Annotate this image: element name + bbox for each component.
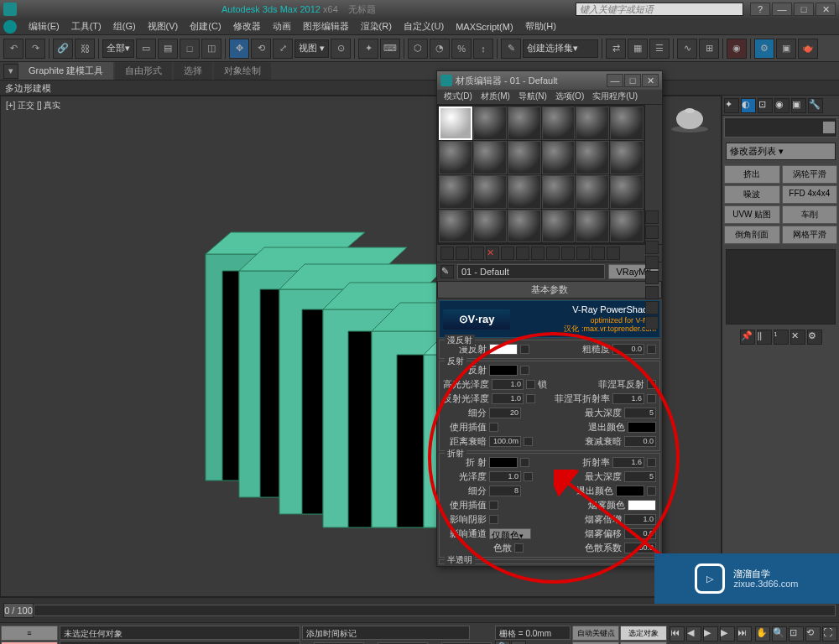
material-slot[interactable]: [610, 175, 644, 209]
refract-exit-toggle[interactable]: [647, 486, 656, 496]
menu-customize[interactable]: 自定义(U): [399, 18, 449, 34]
show-end-icon[interactable]: ||: [757, 330, 772, 345]
roughness-spinner[interactable]: 0.0: [612, 344, 644, 355]
percent-snap-icon[interactable]: %: [451, 39, 472, 59]
mod-turbosmooth[interactable]: 涡轮平滑: [782, 165, 838, 184]
menu-view[interactable]: 视图(V): [143, 18, 184, 34]
refract-map-toggle[interactable]: [520, 458, 529, 467]
refract-gloss-spinner[interactable]: 1.0: [489, 471, 521, 482]
material-slot[interactable]: [508, 175, 541, 209]
selected-obj-button[interactable]: 选定对象: [620, 626, 667, 641]
hilight-lock[interactable]: [526, 380, 535, 389]
background-icon[interactable]: [645, 241, 659, 254]
refract-ior-map[interactable]: [647, 458, 656, 467]
material-slot[interactable]: [610, 106, 644, 140]
select-name-icon[interactable]: ▤: [158, 39, 178, 59]
mod-noise[interactable]: 噪波: [724, 185, 780, 204]
material-slot[interactable]: [439, 141, 472, 174]
mat-menu-nav[interactable]: 导航(N): [515, 90, 550, 104]
minimize-button[interactable]: —: [772, 3, 792, 16]
tab-paint[interactable]: 对象绘制: [214, 62, 271, 80]
fresnel-toggle[interactable]: [647, 380, 656, 389]
lock-selection-icon[interactable]: 🔒: [495, 641, 510, 644]
mat-menu-material[interactable]: 材质(M): [477, 90, 513, 104]
mod-extrude[interactable]: 挤出: [724, 165, 780, 184]
diffuse-color-swatch[interactable]: [489, 344, 518, 355]
material-slot[interactable]: [473, 106, 507, 140]
render-frame-icon[interactable]: ▣: [776, 39, 796, 59]
snap-icon[interactable]: ⬡: [408, 39, 428, 59]
hilight-spinner[interactable]: 1.0: [492, 379, 524, 390]
refl-dim-spinner[interactable]: 100.0m: [489, 436, 521, 447]
options-icon[interactable]: [645, 301, 659, 314]
auto-key-button[interactable]: 自动关键点: [572, 626, 619, 641]
pin-stack-icon[interactable]: 📌: [740, 330, 755, 345]
refract-exit-swatch[interactable]: [616, 486, 644, 496]
object-name-field[interactable]: [724, 117, 837, 138]
sample-type-icon[interactable]: [645, 210, 659, 224]
material-slot[interactable]: [508, 210, 541, 243]
menu-maxscript[interactable]: MAXScript(M): [451, 20, 518, 34]
refl-interp-toggle[interactable]: [489, 423, 498, 432]
material-slot[interactable]: [542, 106, 576, 140]
maxscript-mini[interactable]: ≡: [1, 626, 58, 641]
roughness-map-toggle[interactable]: [647, 345, 656, 354]
refract-ior-spinner[interactable]: 1.6: [612, 457, 644, 468]
time-slider-handle[interactable]: 0 / 100: [3, 603, 34, 618]
select-by-mat-icon[interactable]: [645, 316, 659, 330]
rotate-icon[interactable]: ⟲: [251, 39, 271, 59]
window-crossing-icon[interactable]: ◫: [201, 39, 221, 59]
material-slot[interactable]: [576, 175, 609, 209]
refract-color-swatch[interactable]: [489, 457, 518, 468]
go-parent-icon[interactable]: [591, 247, 605, 260]
assign-mat-icon[interactable]: [471, 247, 484, 260]
app-menu-icon[interactable]: [3, 20, 17, 34]
mat-minimize-button[interactable]: —: [607, 74, 623, 87]
pick-mat-icon[interactable]: ✎: [440, 265, 454, 278]
material-slot[interactable]: [576, 141, 609, 174]
menu-animation[interactable]: 动画: [268, 18, 296, 34]
mat-menu-util[interactable]: 实用程序(U): [589, 90, 641, 104]
material-name-input[interactable]: [457, 264, 605, 279]
material-slot[interactable]: [508, 106, 541, 140]
reflect-color-swatch[interactable]: [489, 365, 518, 376]
curve-editor-icon[interactable]: ∿: [677, 39, 697, 59]
material-slot[interactable]: [610, 141, 644, 174]
refract-gloss-map[interactable]: [524, 472, 533, 481]
go-sibling-icon[interactable]: [607, 247, 620, 260]
menu-help[interactable]: 帮助(H): [520, 18, 561, 34]
pan-view-icon[interactable]: ✋: [755, 626, 770, 641]
material-slot[interactable]: [542, 210, 576, 243]
named-selection-set[interactable]: 创建选择集 ▾: [523, 39, 598, 58]
material-slot[interactable]: [542, 175, 576, 209]
motion-tab-icon[interactable]: ◉: [774, 98, 789, 113]
material-editor-icon[interactable]: ◉: [727, 39, 747, 59]
close-button[interactable]: ✕: [816, 3, 836, 16]
make-preview-icon[interactable]: [645, 286, 659, 299]
configure-icon[interactable]: ⚙: [807, 330, 822, 345]
viewport-label[interactable]: [+] 正交 [] 真实: [6, 100, 60, 112]
goto-end-icon[interactable]: ⏭: [737, 626, 752, 641]
help-icon[interactable]: ?: [750, 3, 770, 16]
keyboard-shortcut-icon[interactable]: ⌨: [380, 39, 400, 59]
basic-params-header[interactable]: 基本参数: [437, 281, 662, 299]
menu-render[interactable]: 渲染(R): [356, 18, 397, 34]
backlight-icon[interactable]: [645, 226, 659, 239]
material-slot[interactable]: [439, 210, 472, 243]
mat-menu-mode[interactable]: 模式(D): [440, 90, 476, 104]
maximize-button[interactable]: □: [794, 3, 814, 16]
refract-subdiv-spinner[interactable]: 8: [489, 486, 521, 496]
manipulate-icon[interactable]: ✦: [358, 39, 378, 59]
refract-maxdepth-spinner[interactable]: 5: [624, 471, 656, 482]
scale-icon[interactable]: ⤢: [273, 39, 293, 59]
fresnel-ior-spinner[interactable]: 1.6: [612, 393, 644, 404]
modify-tab-icon[interactable]: ◐: [741, 98, 756, 113]
dispersion-abbe-spinner[interactable]: 50.0: [624, 543, 656, 553]
mod-uvw[interactable]: UVW 贴图: [724, 205, 780, 224]
zoom-extents-icon[interactable]: ⊡: [789, 626, 804, 641]
make-unique-icon[interactable]: [516, 247, 529, 260]
mod-lathe[interactable]: 车削: [782, 205, 838, 224]
mat-close-button[interactable]: ✕: [642, 74, 659, 87]
fog-color-swatch[interactable]: [628, 500, 656, 511]
material-slot-1[interactable]: [439, 106, 472, 140]
